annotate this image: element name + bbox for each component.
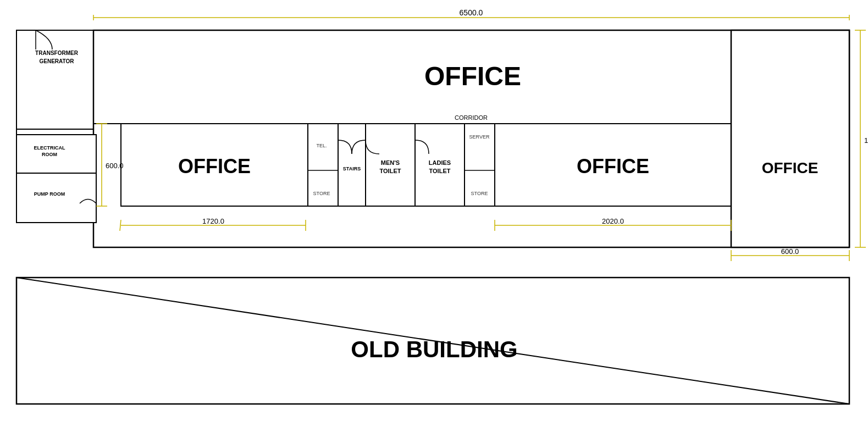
dim-600-left-label: 600.0 (106, 162, 124, 170)
office-right-label: OFFICE (762, 159, 819, 176)
office-left-label: OFFICE (178, 155, 251, 178)
pump-room-label: PUMP ROOM (34, 191, 65, 197)
svg-rect-8 (16, 173, 96, 223)
dim-2020-label: 2020.0 (602, 217, 624, 225)
floor-plan-canvas: 6500.0 TRANSFORMER GENERATOR ELECTRICAL … (0, 0, 868, 421)
generator-label: GENERATOR (40, 58, 75, 64)
server-label: SERVER (469, 134, 490, 140)
svg-rect-19 (731, 30, 849, 247)
electrical-room-label2: ROOM (42, 152, 57, 157)
office-center-label: OFFICE (577, 155, 649, 178)
electrical-room-label: ELECTRICAL (34, 145, 65, 151)
store-label1: STORE (313, 191, 330, 196)
corridor-label: CORRIDOR (455, 114, 488, 121)
dim-1720-label: 1720.0 (202, 217, 224, 225)
dim-width-label: 6500.0 (460, 8, 483, 17)
tel-label: TEL. (316, 143, 327, 148)
ladies-toilet-label2: TOILET (429, 168, 451, 174)
transformer-label: TRANSFORMER (35, 50, 79, 56)
dim-1590-label: 1590.0 (864, 136, 868, 145)
office-top-label: OFFICE (424, 62, 521, 91)
old-building-label: OLD BUILDING (351, 336, 517, 362)
stairs-label: STAIRS (343, 166, 361, 171)
svg-rect-4 (16, 30, 96, 129)
mens-toilet-label: MEN'S (381, 159, 400, 166)
ladies-toilet-label: LADIES (429, 159, 451, 166)
mens-toilet-label2: TOILET (380, 168, 401, 174)
dim-600-right-label: 600.0 (781, 247, 799, 256)
store-label2: STORE (471, 191, 488, 196)
